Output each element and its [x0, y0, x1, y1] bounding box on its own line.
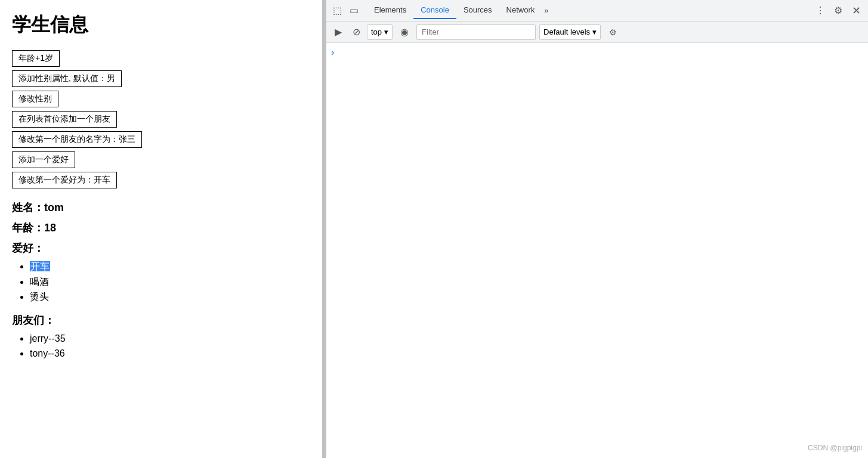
student-name: 姓名：tom: [12, 200, 310, 215]
devtools-tab-icons: ⬚ ▭: [331, 5, 360, 17]
btn-modify-gender[interactable]: 修改性别: [12, 91, 58, 107]
age-value: 18: [44, 222, 56, 234]
hobby-item-2: 烫头: [30, 292, 49, 302]
list-item: 烫头: [30, 289, 310, 305]
settings-icon[interactable]: ⚙: [831, 4, 845, 18]
play-icon[interactable]: ▶: [331, 25, 345, 39]
student-age: 年龄：18: [12, 221, 310, 235]
btn-age-plus[interactable]: 年龄+1岁: [12, 50, 60, 67]
context-selector[interactable]: top ▾: [367, 24, 393, 40]
hobby-item-1: 喝酒: [30, 277, 49, 287]
csdn-watermark: CSDN @pigpigpi: [808, 444, 862, 452]
name-label: 姓名：: [12, 202, 44, 213]
devtools-panel: ⬚ ▭ Elements Console Sources Network » ⋮…: [326, 0, 868, 458]
console-prompt[interactable]: ›: [331, 45, 863, 60]
context-value: top: [371, 27, 382, 36]
dots-icon[interactable]: ⋮: [813, 4, 827, 18]
tab-console[interactable]: Console: [413, 2, 456, 19]
console-toolbar: ▶ ⊘ top ▾ ◉ Default levels ▾ ⚙: [326, 21, 868, 43]
list-item: 开车: [30, 259, 310, 274]
list-item: tony--36: [30, 346, 310, 361]
tab-elements[interactable]: Elements: [367, 2, 413, 19]
student-age-section: 年龄：18: [12, 221, 310, 235]
btn-add-friend[interactable]: 在列表首位添加一个朋友: [12, 111, 117, 128]
btn-modify-friend-name[interactable]: 修改第一个朋友的名字为：张三: [12, 131, 142, 148]
student-name-section: 姓名：tom: [12, 200, 310, 215]
eye-icon[interactable]: ◉: [396, 24, 413, 41]
tab-sources[interactable]: Sources: [456, 2, 499, 19]
list-item: 喝酒: [30, 274, 310, 290]
tabs-more-icon[interactable]: »: [544, 6, 548, 15]
console-settings-icon[interactable]: ⚙: [604, 24, 621, 41]
name-value: tom: [44, 202, 64, 213]
btn-modify-hobby[interactable]: 修改第一个爱好为：开车: [12, 172, 117, 188]
student-hobbies-section: 爱好： 开车 喝酒 烫头: [12, 241, 310, 305]
list-item: jerry--35: [30, 331, 310, 346]
inspect-icon[interactable]: ⬚: [331, 5, 343, 17]
device-icon[interactable]: ▭: [348, 5, 360, 17]
friend-item-0: jerry--35: [30, 333, 66, 344]
btn-add-hobby[interactable]: 添加一个爱好: [12, 151, 75, 168]
friends-list: jerry--35 tony--36: [12, 331, 310, 361]
close-icon[interactable]: ✕: [849, 4, 863, 18]
hobbies-label: 爱好：: [12, 241, 310, 255]
panel-divider: [322, 0, 326, 458]
log-level-selector[interactable]: Default levels ▾: [539, 24, 601, 40]
hobbies-list: 开车 喝酒 烫头: [12, 259, 310, 305]
friends-label: 朋友们：: [12, 313, 310, 327]
devtools-right-icons: ⋮ ⚙ ✕: [813, 4, 863, 18]
devtools-tabbar: ⬚ ▭ Elements Console Sources Network » ⋮…: [326, 0, 868, 21]
log-level-label: Default levels: [543, 27, 590, 36]
btn-add-gender[interactable]: 添加性别属性, 默认值：男: [12, 70, 122, 87]
webpage-panel: 学生信息 年龄+1岁 添加性别属性, 默认值：男 修改性别 在列表首位添加一个朋…: [0, 0, 322, 458]
friend-item-1: tony--36: [30, 348, 65, 358]
page-title: 学生信息: [12, 12, 310, 38]
chevron-down-icon: ▾: [384, 27, 388, 36]
block-icon[interactable]: ⊘: [349, 25, 363, 39]
tab-network[interactable]: Network: [499, 2, 542, 19]
student-friends-section: 朋友们： jerry--35 tony--36: [12, 313, 310, 361]
age-label: 年龄：: [12, 222, 44, 234]
console-content: › CSDN @pigpigpi: [326, 43, 868, 458]
action-buttons: 年龄+1岁 添加性别属性, 默认值：男 修改性别 在列表首位添加一个朋友 修改第…: [12, 50, 310, 188]
log-level-chevron-icon: ▾: [592, 27, 597, 36]
filter-input[interactable]: [416, 24, 536, 40]
hobby-item-0: 开车: [30, 261, 50, 271]
